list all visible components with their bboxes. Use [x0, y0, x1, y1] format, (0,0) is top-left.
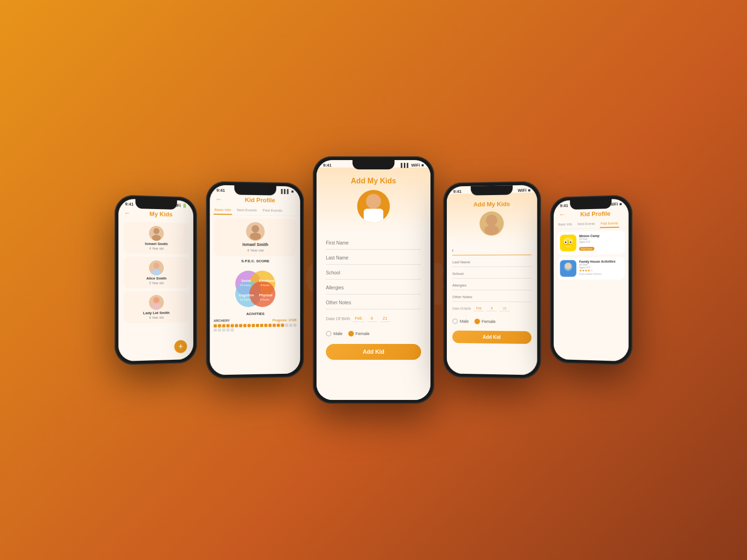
other-notes-input-4[interactable]	[452, 293, 532, 302]
status-icons-2: ▌▌▌ ■	[281, 189, 294, 194]
gender-male-4[interactable]: Male	[452, 318, 469, 324]
tab-past-events-2[interactable]: Past Events	[261, 206, 283, 216]
svg-text:8 hours: 8 hours	[261, 284, 270, 287]
allergies-input-4[interactable]	[452, 281, 532, 290]
my-kids-title: My Kids	[134, 210, 188, 218]
event-card-1[interactable]: Family House Activities 24 Dec Ages 3-5 …	[557, 257, 625, 280]
event-note-1: Event ended 12/31/21	[579, 273, 622, 275]
tab-basic-info-2[interactable]: Basic Info	[214, 206, 233, 215]
tab-past-events-5[interactable]: Past Events	[599, 220, 619, 228]
dob-month-4[interactable]: Feb	[474, 306, 484, 311]
gender-male-3[interactable]: Male	[326, 331, 343, 336]
svg-point-22	[366, 194, 381, 209]
kid-name-2: Lady Lid Smith	[143, 311, 169, 315]
other-notes-input-3[interactable]	[326, 296, 421, 309]
dot-8	[243, 324, 247, 327]
svg-point-23	[486, 215, 497, 226]
kid-name-1: Alice Smith	[146, 276, 166, 280]
phone-my-kids: 9:41 ▌▌▌ WiFi 🔋 ← My Kids	[114, 195, 197, 365]
kid-card-0[interactable]: Ismael Smith 4 Year old	[123, 221, 189, 254]
dot-25	[231, 328, 234, 331]
kid-age-1: 5 Year old	[149, 281, 164, 285]
school-input-4[interactable]	[452, 269, 532, 279]
status-icons-4: WiFi ■	[518, 188, 531, 193]
dob-label-4: Date Of Birth	[452, 307, 471, 310]
back-button-1[interactable]: ←	[124, 209, 131, 217]
dot-4	[226, 324, 230, 327]
time-1: 9:41	[125, 202, 134, 207]
activity-name: ARCHERY	[214, 319, 230, 322]
svg-text:Social: Social	[241, 279, 251, 282]
svg-point-0	[154, 228, 160, 234]
dob-day-4[interactable]: 6	[487, 306, 497, 311]
tab-next-events-2[interactable]: Next Events	[236, 206, 258, 215]
dot-10	[252, 324, 255, 327]
svg-text:12 hours: 12 hours	[240, 298, 251, 301]
event-img-0	[560, 235, 576, 252]
radio-female-3[interactable]	[348, 331, 354, 336]
event-badge-0[interactable]: Rate Event	[579, 247, 594, 251]
female-label-4: Female	[482, 319, 496, 324]
profile-card-2: Ismael Smith 4 Year old	[214, 218, 297, 256]
svg-point-4	[154, 297, 160, 303]
add-kids-avatar-3[interactable]	[357, 190, 390, 223]
battery-icon-3: ■	[422, 163, 424, 168]
add-kids-title-3: Add My Kids	[351, 177, 396, 185]
event-info-0: Minion Camp 24 Dec Ages 3-5 Rate Event	[579, 234, 622, 252]
add-kid-button-3[interactable]: Add Kid	[326, 344, 421, 360]
dot-14	[268, 324, 272, 327]
svg-point-24	[484, 225, 499, 235]
dob-year-3[interactable]: 21	[380, 315, 390, 322]
svg-point-3	[152, 269, 161, 275]
add-kid-fab[interactable]: +	[174, 340, 187, 353]
status-icons-3: ▌▌▌ WiFi ■	[401, 163, 424, 168]
school-input-3[interactable]	[326, 266, 421, 280]
back-button-2[interactable]: ←	[216, 196, 222, 203]
dot-2	[218, 324, 221, 328]
radio-male-3[interactable]	[326, 331, 331, 336]
time-3: 9:41	[323, 163, 331, 168]
dot-21	[214, 329, 217, 332]
kid-card-1[interactable]: Alice Smith 5 Year old	[123, 256, 189, 288]
kid-age-0: 4 Year old	[149, 247, 164, 250]
signal-icon-3: ▌▌▌	[401, 163, 410, 168]
dob-row-3: Date Of Birth Feb 6 21	[326, 311, 421, 326]
svg-point-5	[152, 304, 161, 310]
kid-card-2[interactable]: Lady Lid Smith 8 Year old	[123, 291, 189, 323]
radio-female-4[interactable]	[474, 319, 480, 324]
tab-next-events-5[interactable]: Next Events	[577, 220, 596, 229]
profile-age-2: 4 Year old	[247, 248, 264, 252]
dot-23	[222, 329, 226, 332]
event-card-0[interactable]: Minion Camp 24 Dec Ages 3-5 Rate Event	[557, 231, 625, 255]
kids-list: Ismael Smith 4 Year old Alice Smith 5 Ye…	[119, 219, 193, 325]
event-ages-0: Ages 3-5	[579, 240, 622, 243]
svg-text:16 hours: 16 hours	[240, 284, 251, 287]
gender-female-3[interactable]: Female	[348, 331, 370, 336]
first-name-input-3[interactable]	[326, 237, 421, 250]
back-button-5[interactable]: ←	[559, 210, 565, 218]
add-kid-button-4[interactable]: Add Kid	[452, 330, 532, 344]
allergies-input-3[interactable]	[326, 281, 421, 294]
phone-kid-profile: 9:41 ▌▌▌ ■ ← Kid Profile Basic Info Next…	[206, 181, 304, 379]
dob-month-3[interactable]: Feb	[353, 315, 364, 322]
dot-11	[256, 324, 259, 327]
gender-female-4[interactable]: Female	[474, 319, 496, 324]
dot-3	[222, 324, 226, 328]
notch-3	[352, 160, 395, 169]
dot-15	[273, 324, 276, 327]
dot-6	[235, 324, 238, 327]
tab-basic-info-5[interactable]: Basic Info	[557, 221, 573, 229]
add-kids-hero: Add My Kids	[317, 168, 430, 232]
dob-day-3[interactable]: 6	[367, 315, 377, 322]
radio-male-4[interactable]	[452, 318, 458, 324]
kid-avatar-2	[149, 295, 164, 310]
add-kids-title-4: Add My Kids	[473, 200, 510, 208]
last-name-input-4[interactable]	[452, 258, 532, 267]
dob-year-4[interactable]: 21	[500, 306, 510, 311]
svg-point-2	[154, 263, 160, 269]
dot-20	[293, 323, 296, 327]
kid-age-2: 8 Year old	[149, 316, 164, 319]
notch-4	[471, 185, 513, 196]
last-name-input-3[interactable]	[326, 252, 421, 265]
battery-icon-2: ■	[291, 189, 294, 194]
